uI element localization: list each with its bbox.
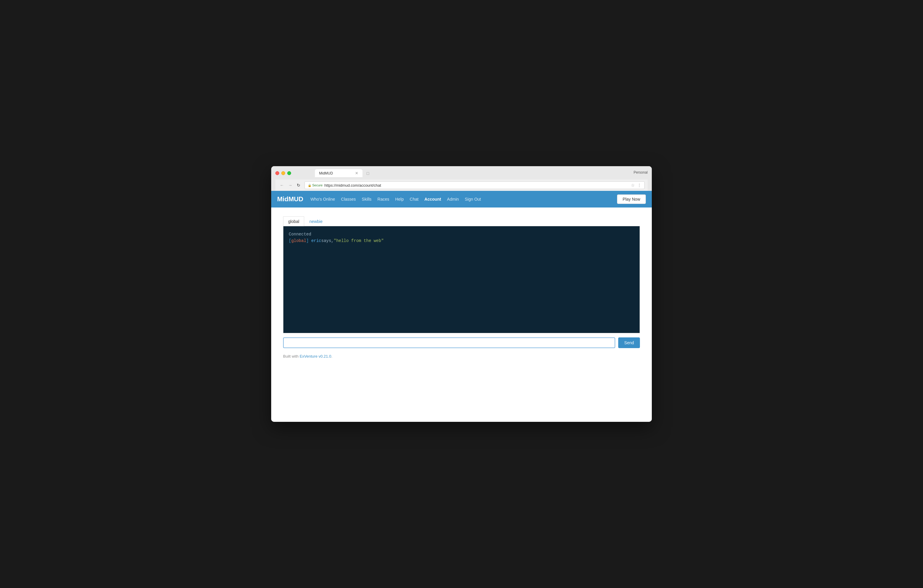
- new-tab-icon: □: [367, 171, 369, 176]
- address-bar-row: ← → ↻ Secure https://midmud.com/account/…: [275, 179, 648, 191]
- secure-text: Secure: [312, 184, 323, 187]
- forward-button[interactable]: →: [287, 182, 294, 189]
- lock-icon: [308, 184, 311, 187]
- tab-bar: MidMUD ✕ □: [315, 169, 372, 177]
- traffic-lights: [275, 171, 291, 175]
- nav-chat[interactable]: Chat: [410, 197, 419, 202]
- close-button[interactable]: [275, 171, 279, 175]
- nav-buttons: ← → ↻: [278, 182, 302, 189]
- nav-signout[interactable]: Sign Out: [465, 197, 481, 202]
- page-footer: Built with ExVenture v0.21.0.: [283, 354, 640, 358]
- chat-tabs: global newbie: [283, 217, 640, 226]
- bookmark-icon[interactable]: ☆: [631, 183, 635, 187]
- chat-space: [309, 238, 311, 244]
- menu-icon[interactable]: ⋮: [637, 183, 641, 187]
- back-button[interactable]: ←: [278, 182, 286, 189]
- chat-line-message: [ global ] eric says, "hello from the we…: [289, 238, 634, 244]
- profile-label: Personal: [634, 170, 648, 176]
- tab-global[interactable]: global: [283, 217, 304, 226]
- send-button[interactable]: Send: [618, 337, 640, 348]
- chat-username: eric: [311, 238, 322, 244]
- refresh-button[interactable]: ↻: [295, 182, 302, 189]
- browser-window: MidMUD ✕ □ Personal ← → ↻ Secure https: [271, 166, 652, 422]
- minimize-button[interactable]: [281, 171, 285, 175]
- chat-input-row: Send: [283, 337, 640, 348]
- nav-whos-online[interactable]: Who's Online: [310, 197, 335, 202]
- nav-links: Who's Online Classes Skills Races Help C…: [310, 197, 617, 202]
- chat-says: says,: [321, 238, 333, 244]
- chat-input[interactable]: [283, 337, 615, 348]
- site-brand[interactable]: MidMUD: [277, 195, 303, 203]
- chat-terminal: Connected [ global ] eric says, "hello f…: [283, 226, 640, 333]
- footer-built-with: Built with: [283, 354, 300, 358]
- nav-races[interactable]: Races: [377, 197, 389, 202]
- tab-newbie[interactable]: newbie: [304, 217, 327, 226]
- browser-tab-midmud[interactable]: MidMUD ✕: [315, 169, 363, 177]
- page-content: global newbie Connected [ global ] eric …: [271, 207, 652, 422]
- nav-classes[interactable]: Classes: [341, 197, 356, 202]
- bracket-close: ]: [306, 238, 309, 244]
- tab-close-icon[interactable]: ✕: [355, 171, 358, 176]
- nav-help[interactable]: Help: [395, 197, 404, 202]
- address-bar[interactable]: Secure https://midmud.com/account/chat ☆…: [304, 181, 645, 189]
- chat-line-connected: Connected: [289, 231, 634, 238]
- footer-period: .: [331, 354, 332, 358]
- secure-badge: Secure: [308, 184, 323, 187]
- browser-titlebar: MidMUD ✕ □ Personal ← → ↻ Secure https: [271, 166, 652, 191]
- address-actions: ☆ ⋮: [631, 183, 641, 187]
- site-navbar: MidMUD Who's Online Classes Skills Races…: [271, 191, 652, 207]
- play-now-button[interactable]: Play Now: [617, 194, 646, 204]
- footer-link[interactable]: ExVenture v0.21.0: [300, 354, 331, 358]
- chat-quote: "hello from the web": [333, 238, 384, 244]
- url-text: https://midmud.com/account/chat: [324, 183, 381, 187]
- nav-skills[interactable]: Skills: [362, 197, 372, 202]
- chat-channel: global: [291, 238, 306, 244]
- nav-account[interactable]: Account: [424, 197, 441, 202]
- new-tab-button[interactable]: □: [364, 169, 372, 177]
- tab-title: MidMUD: [319, 171, 333, 176]
- maximize-button[interactable]: [287, 171, 291, 175]
- bracket-open: [: [289, 238, 291, 244]
- nav-admin[interactable]: Admin: [447, 197, 459, 202]
